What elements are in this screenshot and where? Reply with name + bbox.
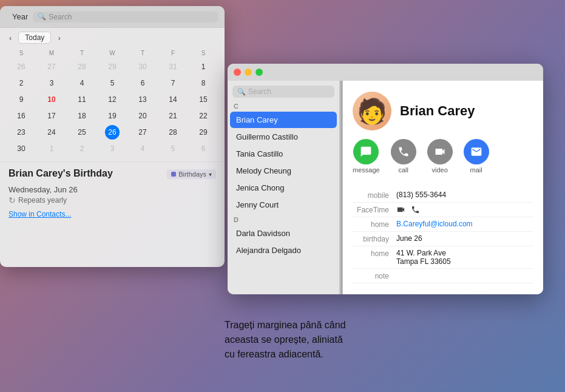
dow-sat: S bbox=[188, 49, 218, 58]
cal-day[interactable]: 21 bbox=[166, 109, 180, 123]
cal-day[interactable]: 2 bbox=[14, 76, 29, 90]
field-label-home-address: home bbox=[353, 249, 396, 258]
contact-item-tania-castillo[interactable]: Tania Castillo bbox=[230, 146, 337, 162]
maximize-button[interactable] bbox=[255, 69, 263, 76]
cal-day[interactable]: 28 bbox=[75, 59, 89, 74]
cal-day[interactable]: 17 bbox=[44, 109, 59, 123]
minimize-button[interactable] bbox=[245, 69, 252, 76]
event-calendar-name: Birthdays bbox=[178, 171, 206, 178]
contact-fields: mobile (813) 555-3644 FaceTime home B.Ca… bbox=[353, 188, 533, 283]
contact-actions: message call video bbox=[353, 139, 533, 180]
field-value-mobile[interactable]: (813) 555-3644 bbox=[396, 191, 533, 199]
section-c-label: C bbox=[228, 100, 339, 111]
field-label-home-email: home bbox=[353, 220, 396, 229]
cal-day[interactable]: 24 bbox=[44, 125, 59, 140]
mail-action-button[interactable]: mail bbox=[464, 139, 489, 174]
cal-day[interactable]: 29 bbox=[196, 125, 211, 140]
contact-item-darla-davidson[interactable]: Darla Davidson bbox=[230, 225, 337, 242]
calendar-titlebar: Year 🔍 Search bbox=[0, 6, 225, 28]
dropdown-icon[interactable]: ▾ bbox=[209, 171, 212, 178]
contact-item-jenica-chong[interactable]: Jenica Chong bbox=[230, 180, 337, 196]
dow-fri: F bbox=[158, 49, 188, 58]
cal-day[interactable]: 7 bbox=[166, 76, 180, 90]
contacts-titlebar bbox=[228, 64, 543, 81]
field-value-home-address[interactable]: 41 W. Park AveTampa FL 33605 bbox=[396, 249, 533, 266]
cal-day[interactable]: 25 bbox=[75, 125, 89, 140]
field-label-facetime: FaceTime bbox=[353, 205, 396, 214]
field-value-facetime[interactable] bbox=[396, 205, 533, 214]
field-value-home-email[interactable]: B.Careyful@icloud.com bbox=[396, 220, 533, 228]
cal-day[interactable]: 1 bbox=[44, 141, 59, 156]
days-of-week-row: S M T W T F S bbox=[6, 49, 218, 58]
today-button[interactable]: Today bbox=[18, 32, 51, 44]
cal-day[interactable]: 3 bbox=[44, 76, 59, 90]
cal-day[interactable]: 4 bbox=[135, 141, 150, 156]
calendar-week: 26 27 28 29 30 31 1 bbox=[6, 59, 218, 75]
cal-day[interactable]: 20 bbox=[135, 109, 150, 123]
cal-day[interactable]: 26 bbox=[14, 59, 29, 74]
cal-day[interactable]: 2 bbox=[75, 141, 89, 156]
cal-day[interactable]: 8 bbox=[196, 76, 211, 90]
cal-day-today[interactable]: 26 bbox=[105, 125, 120, 140]
calendar-week: 23 24 25 26 27 28 29 bbox=[6, 124, 218, 140]
field-birthday: birthday June 26 bbox=[353, 232, 533, 246]
cal-day[interactable]: 5 bbox=[166, 141, 180, 156]
mail-label: mail bbox=[470, 166, 482, 174]
cal-day[interactable]: 18 bbox=[75, 109, 89, 123]
cal-day[interactable]: 12 bbox=[105, 92, 120, 107]
calendar-week: 9 10 11 12 13 14 15 bbox=[6, 92, 218, 107]
cal-day[interactable]: 22 bbox=[196, 109, 211, 123]
contact-header: 🧑 Brian Carey bbox=[353, 92, 533, 130]
contact-item-jenny-court[interactable]: Jenny Court bbox=[230, 197, 337, 213]
mail-circle bbox=[464, 139, 489, 164]
resize-divider[interactable] bbox=[340, 81, 343, 294]
cal-day[interactable]: 27 bbox=[44, 59, 59, 74]
cal-day[interactable]: 31 bbox=[166, 59, 180, 74]
cal-day[interactable]: 3 bbox=[105, 141, 120, 156]
cal-day[interactable]: 23 bbox=[14, 125, 29, 140]
cal-day[interactable]: 13 bbox=[135, 92, 150, 107]
event-repeat: ↻ Repeats yearly bbox=[8, 195, 216, 205]
contact-item-brian-carey[interactable]: Brian Carey bbox=[230, 112, 337, 128]
cal-day[interactable]: 10 bbox=[44, 92, 59, 107]
search-icon: 🔍 bbox=[237, 88, 246, 96]
cal-day[interactable]: 5 bbox=[105, 76, 120, 90]
contacts-search-input[interactable] bbox=[248, 87, 330, 96]
video-action-button[interactable]: video bbox=[427, 139, 453, 174]
message-label: message bbox=[353, 166, 380, 174]
repeat-icon: ↻ bbox=[8, 195, 16, 205]
cal-day[interactable]: 30 bbox=[14, 141, 29, 156]
cal-day[interactable]: 14 bbox=[166, 92, 180, 107]
cal-day[interactable]: 16 bbox=[14, 109, 29, 123]
cal-day[interactable]: 15 bbox=[196, 92, 211, 107]
cal-day[interactable]: 28 bbox=[166, 125, 180, 140]
contact-item-alejandra-delgado[interactable]: Alejandra Delgado bbox=[230, 242, 337, 259]
cal-day[interactable]: 19 bbox=[105, 109, 120, 123]
cal-day[interactable]: 1 bbox=[196, 59, 211, 74]
cal-day[interactable]: 27 bbox=[135, 125, 150, 140]
field-label-note: note bbox=[353, 271, 396, 280]
cal-day[interactable]: 29 bbox=[105, 59, 120, 74]
cal-day[interactable]: 6 bbox=[196, 141, 211, 156]
cal-day[interactable]: 9 bbox=[14, 92, 29, 107]
calendar-search-placeholder: Search bbox=[49, 13, 72, 21]
cal-day[interactable]: 6 bbox=[135, 76, 150, 90]
calendar-search-box[interactable]: 🔍 Search bbox=[33, 12, 218, 22]
cal-day[interactable]: 30 bbox=[135, 59, 150, 74]
close-button[interactable] bbox=[234, 69, 241, 76]
contact-item-guillermo-castillo[interactable]: Guillermo Castillo bbox=[230, 129, 337, 145]
cal-day[interactable]: 4 bbox=[75, 76, 89, 90]
call-action-button[interactable]: call bbox=[391, 139, 416, 174]
message-action-button[interactable]: message bbox=[353, 139, 380, 174]
calendar-window: Year 🔍 Search ‹ Today › S M T W T F S 26… bbox=[0, 6, 225, 267]
cal-day[interactable]: 11 bbox=[75, 92, 89, 107]
show-in-contacts-link[interactable]: Show in Contacts... bbox=[8, 210, 71, 218]
message-circle bbox=[353, 139, 379, 164]
prev-month-button[interactable]: ‹ bbox=[6, 32, 15, 44]
next-month-button[interactable]: › bbox=[55, 32, 63, 44]
section-d-label: D bbox=[228, 214, 339, 225]
contact-item-melody-cheung[interactable]: Melody Cheung bbox=[230, 163, 337, 179]
video-label: video bbox=[431, 166, 447, 174]
contacts-search-box[interactable]: 🔍 bbox=[232, 86, 334, 98]
contact-name-large: Brian Carey bbox=[400, 103, 475, 119]
